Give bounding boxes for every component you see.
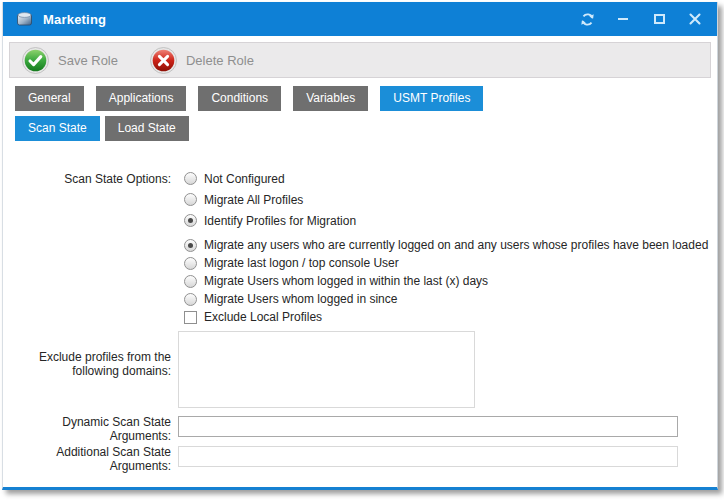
delete-role-button[interactable]: Delete Role	[150, 47, 254, 74]
tab-general[interactable]: General	[15, 86, 84, 111]
radio-identify-profiles[interactable]: Identify Profiles for Migration	[184, 210, 356, 231]
tab-variables[interactable]: Variables	[293, 86, 368, 111]
radio-migrate-last-logon[interactable]: Migrate last logon / top console User	[184, 254, 708, 272]
close-icon[interactable]	[685, 9, 705, 29]
migration-mode-radio-group: Migrate any users who are currently logg…	[184, 236, 708, 308]
configuration-radio-group: Not Configured Migrate All Profiles Iden…	[184, 168, 356, 231]
radio-label: Migrate Users whom logged in since	[204, 292, 397, 306]
radio-label: Identify Profiles for Migration	[204, 214, 356, 228]
exclude-domains-label-line1: Exclude profiles from the	[3, 350, 171, 364]
radio-label: Migrate All Profiles	[204, 193, 303, 207]
radio-button-icon	[184, 293, 197, 306]
maximize-icon[interactable]	[649, 9, 669, 29]
toolbar: Save Role Delete Role	[9, 42, 711, 78]
additional-label-line2: Arguments:	[3, 459, 171, 473]
radio-not-configured[interactable]: Not Configured	[184, 168, 356, 189]
exclude-domains-label: Exclude profiles from the following doma…	[3, 350, 171, 378]
minimize-icon[interactable]	[613, 9, 633, 29]
radio-migrate-last-x-days[interactable]: Migrate Users whom logged in within the …	[184, 272, 708, 290]
dialog-window: Marketing	[2, 2, 718, 490]
radio-label: Migrate any users who are currently logg…	[204, 238, 708, 252]
checkbox-label: Exclude Local Profiles	[204, 310, 322, 324]
titlebar: Marketing	[3, 2, 717, 36]
radio-label: Not Configured	[204, 172, 285, 186]
main-tabs: General Applications Conditions Variable…	[15, 86, 717, 111]
additional-scan-state-label: Additional Scan State Arguments:	[3, 445, 171, 473]
exclude-domains-label-line2: following domains:	[3, 364, 171, 378]
refresh-icon[interactable]	[577, 9, 597, 29]
x-circle-icon	[150, 47, 177, 74]
radio-migrate-since[interactable]: Migrate Users whom logged in since	[184, 290, 708, 308]
sub-tabs: Scan State Load State	[15, 116, 717, 141]
exclude-domains-textarea[interactable]	[178, 331, 475, 408]
dynamic-label-line2: Arguments:	[3, 429, 171, 443]
checkbox-icon	[184, 311, 197, 324]
tab-usmt-profiles[interactable]: USMT Profiles	[380, 86, 483, 111]
radio-label: Migrate last logon / top console User	[204, 256, 399, 270]
additional-scan-state-input[interactable]	[178, 446, 678, 467]
radio-migrate-all-profiles[interactable]: Migrate All Profiles	[184, 189, 356, 210]
radio-button-icon	[184, 257, 197, 270]
tab-conditions[interactable]: Conditions	[198, 86, 281, 111]
exclude-local-profiles-row: Exclude Local Profiles	[184, 308, 322, 326]
tab-applications[interactable]: Applications	[96, 86, 187, 111]
radio-label: Migrate Users whom logged in within the …	[204, 274, 488, 288]
radio-button-icon	[184, 193, 197, 206]
window-controls	[577, 9, 705, 29]
dynamic-scan-state-label: Dynamic Scan State Arguments:	[3, 415, 171, 443]
delete-role-label: Delete Role	[186, 53, 254, 68]
check-circle-icon	[22, 47, 49, 74]
save-role-label: Save Role	[58, 53, 118, 68]
radio-button-selected-icon	[184, 214, 197, 227]
subtab-load-state[interactable]: Load State	[105, 116, 189, 141]
exclude-local-profiles-checkbox[interactable]: Exclude Local Profiles	[184, 308, 322, 326]
dynamic-label-line1: Dynamic Scan State	[3, 415, 171, 429]
window-title: Marketing	[43, 12, 106, 27]
radio-migrate-logged-on-users[interactable]: Migrate any users who are currently logg…	[184, 236, 708, 254]
subtab-scan-state[interactable]: Scan State	[15, 116, 100, 141]
app-cube-icon	[15, 9, 35, 29]
radio-button-selected-icon	[184, 239, 197, 252]
radio-button-icon	[184, 275, 197, 288]
save-role-button[interactable]: Save Role	[22, 47, 118, 74]
dynamic-scan-state-input[interactable]	[178, 416, 678, 437]
scan-state-options-label: Scan State Options:	[3, 172, 171, 186]
additional-label-line1: Additional Scan State	[3, 445, 171, 459]
radio-button-icon	[184, 172, 197, 185]
